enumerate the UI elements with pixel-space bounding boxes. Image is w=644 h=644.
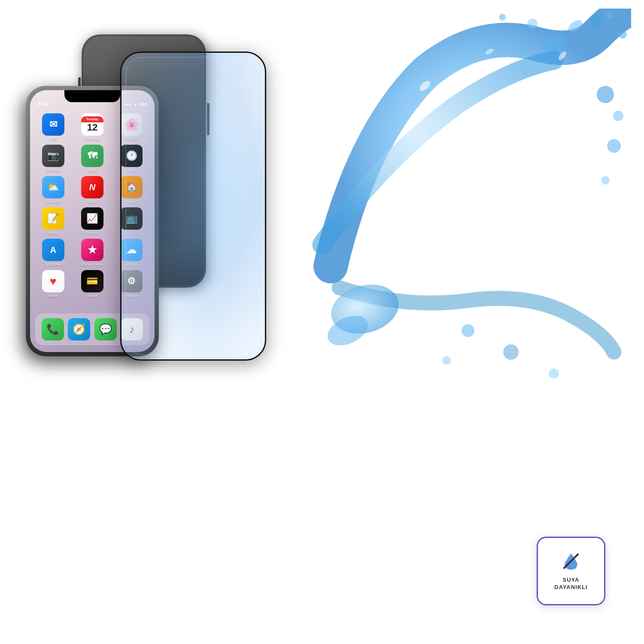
app-icon-health[interactable]: ♥ Health	[35, 270, 71, 298]
svg-point-2	[591, 15, 603, 27]
app-icon-notes[interactable]: 📝 Notes	[35, 207, 71, 235]
appstore-icon: A	[42, 239, 64, 261]
svg-point-16	[323, 310, 373, 352]
svg-point-17	[418, 79, 432, 93]
svg-point-14	[549, 368, 559, 379]
maps-label: Maps	[88, 168, 97, 173]
svg-point-13	[503, 344, 519, 360]
notes-icon: 📝	[42, 207, 64, 230]
app-icon-wallet[interactable]: 💳 Wallet	[74, 270, 110, 298]
calendar-icon: Tuesday 12	[81, 113, 103, 136]
health-label: Health	[48, 294, 59, 298]
svg-point-0	[539, 31, 569, 55]
dock-messages[interactable]: 💬	[94, 318, 117, 340]
stocks-icon: 📈	[81, 207, 103, 230]
wallet-label: Wallet	[87, 294, 98, 298]
app-icon-stocks[interactable]: 📈 Stocks	[74, 207, 110, 235]
app-icon-calendar[interactable]: Tuesday 12 Calendar	[74, 113, 110, 141]
svg-point-12	[442, 356, 451, 365]
svg-point-8	[613, 111, 623, 121]
waterproof-badge: SUYA DAYANIKLI	[537, 537, 605, 605]
phone-icon: 📞	[42, 318, 64, 340]
svg-point-9	[607, 139, 621, 153]
app-icon-appstore[interactable]: A App Store	[35, 239, 71, 267]
health-icon: ♥	[42, 270, 64, 292]
news-icon: N	[81, 176, 103, 198]
mail-icon: ✉	[42, 113, 64, 136]
stocks-label: Stocks	[86, 231, 98, 235]
app-icon-camera[interactable]: 📷 Camera	[35, 145, 71, 173]
water-drop-icon	[561, 551, 581, 574]
badge-line1: SUYA	[563, 577, 580, 583]
app-icon-news[interactable]: N News	[74, 176, 110, 204]
svg-point-5	[527, 18, 538, 29]
wallet-icon: 💳	[81, 270, 103, 292]
svg-point-4	[618, 30, 627, 39]
svg-point-19	[557, 50, 568, 61]
water-splash	[296, 9, 631, 395]
notch	[64, 90, 120, 102]
badge-line2: DAYANIKLI	[554, 584, 587, 590]
svg-point-11	[462, 324, 474, 337]
dock-phone[interactable]: 📞	[42, 318, 64, 340]
calendar-label: Calendar	[85, 137, 100, 141]
svg-point-6	[499, 14, 506, 21]
messages-icon: 💬	[94, 318, 117, 340]
svg-point-3	[606, 12, 613, 18]
glass-water-effect	[122, 53, 265, 359]
svg-point-7	[597, 86, 614, 103]
weather-icon: ⛅	[42, 176, 64, 198]
news-label: News	[88, 200, 97, 204]
glass-protector	[120, 52, 266, 361]
app-icon-itunes[interactable]: ★ iTunes Store	[74, 239, 110, 267]
itunes-label: iTunes Store	[82, 262, 103, 267]
svg-point-18	[485, 48, 494, 56]
app-icon-weather[interactable]: ⛅ Weather	[35, 176, 71, 204]
appstore-label: App Store	[45, 262, 62, 267]
dock-safari[interactable]: 🧭	[68, 318, 90, 340]
app-icon-mail[interactable]: ✉ Mail	[35, 113, 71, 141]
app-icon-maps[interactable]: 🗺 Maps	[74, 145, 110, 173]
scene: 9:41 ●●● ▲ ▮▮▮ ✉ Mail Tuesday	[0, 0, 644, 644]
badge-text: SUYA DAYANIKLI	[554, 577, 587, 591]
camera-icon: 📷	[42, 145, 64, 167]
safari-icon: 🧭	[68, 318, 90, 340]
notes-label: Notes	[48, 231, 58, 235]
svg-point-1	[567, 18, 584, 33]
maps-icon: 🗺	[81, 145, 103, 167]
weather-label: Weather	[46, 200, 61, 204]
svg-point-15	[325, 277, 404, 341]
itunes-icon: ★	[81, 239, 103, 261]
status-time: 9:41	[38, 100, 48, 106]
svg-point-10	[601, 176, 610, 185]
camera-label: Camera	[46, 168, 60, 173]
mail-label: Mail	[49, 137, 57, 141]
